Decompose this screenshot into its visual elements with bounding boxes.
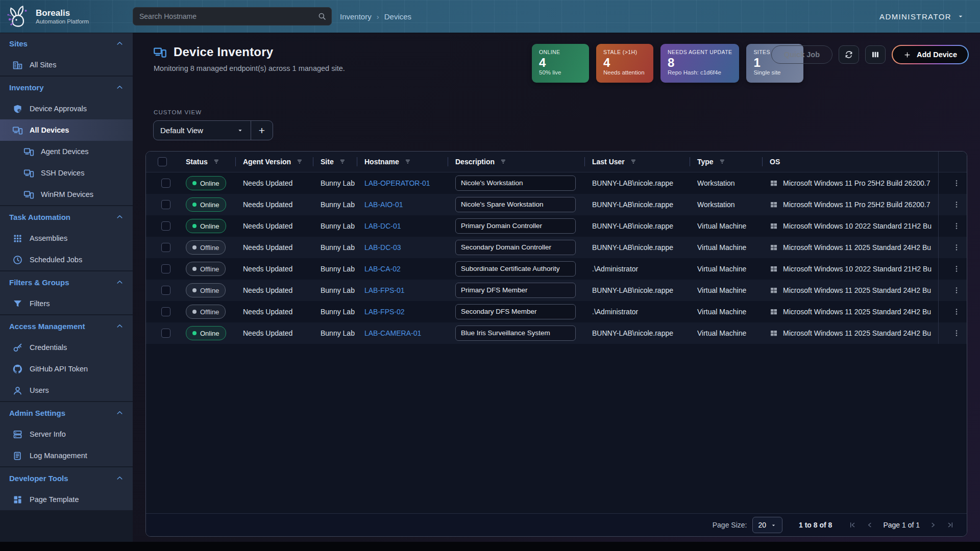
sidebar-section-header-admin-settings[interactable]: Admin Settings xyxy=(0,402,133,423)
row-menu-button[interactable] xyxy=(952,307,961,316)
hostname-link[interactable]: LAB-OPERATOR-01 xyxy=(364,179,430,187)
quick-job-button[interactable]: Quick Job xyxy=(771,45,832,64)
device-row-lab-camera-01[interactable]: OnlineNeeds UpdatedBunny LabLAB-CAMERA-0… xyxy=(146,322,967,344)
hostname-link[interactable]: LAB-DC-01 xyxy=(364,222,401,230)
sidebar-section-header-developer-tools[interactable]: Developer Tools xyxy=(0,467,133,489)
add-view-button[interactable]: + xyxy=(251,121,273,140)
hostname-link[interactable]: LAB-CAMERA-01 xyxy=(364,329,421,337)
row-menu-button[interactable] xyxy=(952,329,961,338)
breadcrumb-inventory[interactable]: Inventory xyxy=(340,12,372,21)
hostname-link[interactable]: LAB-AIO-01 xyxy=(364,201,403,209)
column-header-site[interactable]: Site xyxy=(313,152,357,172)
user-menu[interactable]: ADMINISTRATOR xyxy=(879,0,965,33)
sidebar-section-header-filters-groups[interactable]: Filters & Groups xyxy=(0,271,133,293)
filter-icon[interactable] xyxy=(339,158,347,165)
column-header-agent-version[interactable]: Agent Version xyxy=(236,152,313,172)
device-row-lab-aio-01[interactable]: OnlineNeeds UpdatedBunny LabLAB-AIO-01Ni… xyxy=(146,194,967,215)
brand[interactable]: Borealis Automation Platform xyxy=(5,4,89,29)
filter-icon[interactable] xyxy=(500,158,507,165)
hostname-link[interactable]: LAB-DC-03 xyxy=(364,243,401,252)
sidebar-item-credentials[interactable]: Credentials xyxy=(0,337,133,358)
row-menu-button[interactable] xyxy=(952,264,961,273)
device-row-lab-fps-02[interactable]: OfflineNeeds UpdatedBunny LabLAB-FPS-02S… xyxy=(146,301,967,322)
column-header-last-user[interactable]: Last User xyxy=(585,152,690,172)
description-input[interactable]: Nicole's Workstation xyxy=(455,176,576,191)
row-menu-button[interactable] xyxy=(952,179,961,188)
hostname-link[interactable]: LAB-FPS-01 xyxy=(364,286,405,294)
filter-icon[interactable] xyxy=(213,158,220,165)
breadcrumb-devices[interactable]: Devices xyxy=(384,12,411,21)
row-checkbox[interactable] xyxy=(161,179,170,188)
hostname-link[interactable]: LAB-CA-02 xyxy=(364,265,401,273)
sidebar-item-agent-devices[interactable]: Agent Devices xyxy=(0,141,133,162)
sidebar-item-server-info[interactable]: Server Info xyxy=(0,423,133,445)
sidebar-item-winrm-devices[interactable]: WinRM Devices xyxy=(0,184,133,205)
sidebar: SitesAll SitesInventoryDevice ApprovalsA… xyxy=(0,33,133,542)
custom-view-select[interactable]: Default View xyxy=(154,121,251,140)
next-page-button[interactable] xyxy=(929,521,937,529)
description-cell: Primary DFS Member xyxy=(448,280,585,301)
sidebar-item-github-api-token[interactable]: GitHub API Token xyxy=(0,358,133,380)
device-row-lab-fps-01[interactable]: OfflineNeeds UpdatedBunny LabLAB-FPS-01P… xyxy=(146,280,967,301)
description-input[interactable]: Nicole's Spare Workstation xyxy=(455,197,576,212)
column-header-hostname[interactable]: Hostname xyxy=(357,152,448,172)
last-page-button[interactable] xyxy=(946,521,954,529)
search-input[interactable] xyxy=(133,7,332,26)
description-input[interactable]: Primary DFS Member xyxy=(455,283,576,298)
row-checkbox[interactable] xyxy=(161,286,170,295)
search-icon[interactable] xyxy=(317,12,327,21)
custom-view-selected: Default View xyxy=(160,126,203,135)
description-input[interactable]: Blue Iris Surveillance System xyxy=(455,325,576,341)
filter-icon[interactable] xyxy=(297,158,304,165)
sidebar-item-users[interactable]: Users xyxy=(0,380,133,401)
sidebar-section-header-access-management[interactable]: Access Management xyxy=(0,315,133,337)
prev-page-button[interactable] xyxy=(866,521,874,529)
row-menu-button[interactable] xyxy=(952,286,961,295)
description-input[interactable]: Secondary Domain Controller xyxy=(455,240,576,255)
description-input[interactable]: Secondary DFS Member xyxy=(455,304,576,319)
row-checkbox[interactable] xyxy=(161,307,170,316)
row-checkbox[interactable] xyxy=(161,329,170,338)
row-menu-button[interactable] xyxy=(952,243,961,252)
column-header-status[interactable]: Status xyxy=(179,152,236,172)
row-menu-button[interactable] xyxy=(952,200,961,209)
device-row-lab-operator-01[interactable]: OnlineNeeds UpdatedBunny LabLAB-OPERATOR… xyxy=(146,172,967,194)
sidebar-item-ssh-devices[interactable]: SSH Devices xyxy=(0,162,133,184)
device-row-lab-dc-01[interactable]: OnlineNeeds UpdatedBunny LabLAB-DC-01Pri… xyxy=(146,215,967,237)
refresh-button[interactable] xyxy=(839,45,859,64)
column-header-description[interactable]: Description xyxy=(448,152,585,172)
row-checkbox[interactable] xyxy=(161,200,170,209)
sidebar-item-scheduled-jobs[interactable]: Scheduled Jobs xyxy=(0,249,133,270)
sidebar-item-assemblies[interactable]: Assemblies xyxy=(0,228,133,249)
filter-icon[interactable] xyxy=(719,158,726,165)
row-checkbox[interactable] xyxy=(161,264,170,273)
sidebar-item-log-management[interactable]: Log Management xyxy=(0,445,133,466)
filter-icon[interactable] xyxy=(630,158,638,165)
sidebar-item-page-template[interactable]: Page Template xyxy=(0,489,133,510)
sidebar-item-all-sites[interactable]: All Sites xyxy=(0,54,133,76)
sidebar-section-header-task-automation[interactable]: Task Automation xyxy=(0,206,133,228)
sidebar-item-device-approvals[interactable]: Device Approvals xyxy=(0,98,133,119)
sidebar-section-access-management: Access ManagementCredentialsGitHub API T… xyxy=(0,315,133,401)
device-row-lab-ca-02[interactable]: OfflineNeeds UpdatedBunny LabLAB-CA-02Su… xyxy=(146,258,967,280)
columns-button[interactable] xyxy=(865,45,886,64)
column-header-type[interactable]: Type xyxy=(690,152,763,172)
status-badge: Offline xyxy=(186,262,226,276)
description-input[interactable]: Subordinate Certificate Authority xyxy=(455,261,576,277)
filter-icon[interactable] xyxy=(405,158,412,165)
hostname-link[interactable]: LAB-FPS-02 xyxy=(364,308,405,316)
row-menu-button[interactable] xyxy=(952,221,961,231)
select-all-checkbox[interactable] xyxy=(158,157,167,166)
sidebar-section-header-inventory[interactable]: Inventory xyxy=(0,77,133,98)
sidebar-section-header-sites[interactable]: Sites xyxy=(0,33,133,54)
sidebar-item-all-devices[interactable]: All Devices xyxy=(0,119,133,141)
row-checkbox[interactable] xyxy=(161,243,170,252)
description-input[interactable]: Primary Domain Controller xyxy=(455,218,576,234)
page-size-select[interactable]: 20 xyxy=(752,517,782,533)
first-page-button[interactable] xyxy=(848,521,856,529)
column-header-os[interactable]: OS xyxy=(763,152,938,172)
device-row-lab-dc-03[interactable]: OfflineNeeds UpdatedBunny LabLAB-DC-03Se… xyxy=(146,237,967,258)
row-checkbox[interactable] xyxy=(161,221,170,231)
add-device-button[interactable]: Add Device xyxy=(892,45,969,64)
sidebar-item-filters[interactable]: Filters xyxy=(0,293,133,314)
